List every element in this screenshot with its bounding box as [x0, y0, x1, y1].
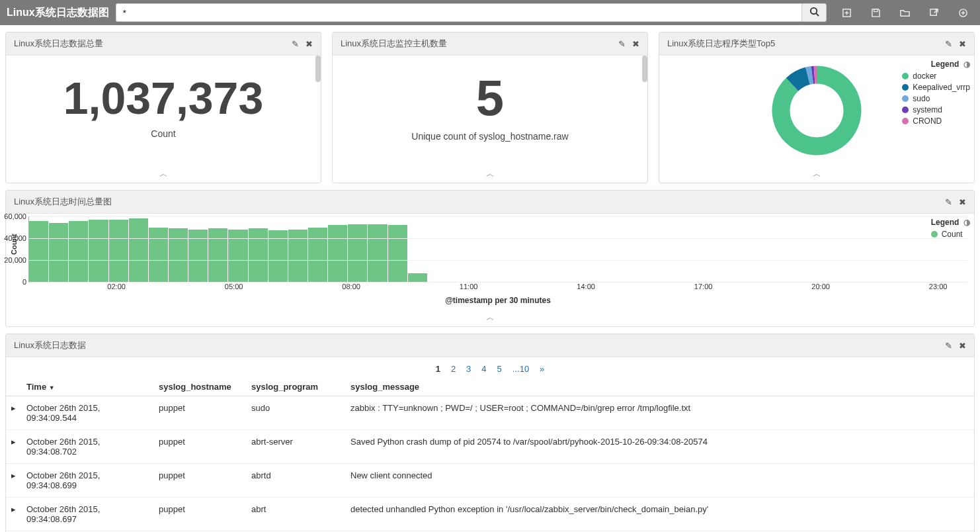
bar[interactable] — [89, 220, 108, 282]
cell-time: October 26th 2015, 09:34:08.699 — [21, 464, 153, 498]
cell-hostname: puppet — [153, 396, 246, 430]
y-tick: 40,000 — [0, 234, 26, 242]
bar[interactable] — [228, 230, 247, 282]
bar[interactable] — [129, 218, 148, 282]
col-time[interactable]: Time ▼ — [21, 378, 153, 396]
edit-icon[interactable]: ✎ — [292, 39, 299, 49]
close-icon[interactable]: ✖ — [959, 197, 966, 207]
col-hostname[interactable]: syslog_hostname — [153, 378, 246, 396]
panel-title: Linux系统日志程序类型Top5 — [667, 38, 775, 50]
bar[interactable] — [288, 230, 307, 282]
cell-hostname: puppet — [153, 464, 246, 498]
legend-item[interactable]: Keepalived_vrrp — [902, 83, 970, 92]
page-link[interactable]: ...10 — [512, 364, 529, 374]
expand-row-icon[interactable]: ▸ — [6, 464, 21, 498]
bar[interactable] — [49, 223, 68, 282]
cell-message: New client connected — [345, 464, 974, 498]
x-tick: 23:00 — [929, 283, 948, 290]
svg-line-7 — [934, 9, 938, 13]
legend: Legend ◑ dockerKeepalived_vrrpsudosystem… — [902, 60, 970, 128]
bar[interactable] — [149, 228, 168, 283]
page-link[interactable]: 3 — [466, 364, 471, 374]
scrollbar-stub[interactable] — [642, 56, 647, 82]
col-program[interactable]: syslog_program — [246, 378, 345, 396]
edit-icon[interactable]: ✎ — [945, 197, 952, 207]
collapse-toggle[interactable]: ︿ — [659, 165, 974, 183]
legend-label: sudo — [913, 94, 930, 103]
legend-label: systemd — [913, 105, 942, 114]
y-tick: 60,000 — [0, 212, 26, 220]
bar[interactable] — [408, 273, 427, 282]
save-icon[interactable] — [862, 0, 889, 25]
collapse-toggle[interactable]: ︿ — [6, 165, 321, 183]
expand-row-icon[interactable]: ▸ — [6, 430, 21, 464]
bar[interactable] — [348, 224, 367, 282]
bar[interactable] — [368, 224, 387, 282]
bar[interactable] — [208, 228, 227, 282]
cell-message: Saved Python crash dump of pid 20574 to … — [345, 430, 974, 464]
log-table: Time ▼ syslog_hostname syslog_program sy… — [6, 378, 974, 532]
legend-item[interactable]: sudo — [902, 94, 970, 103]
bar[interactable] — [328, 225, 347, 282]
x-tick: 20:00 — [811, 283, 830, 290]
cell-message: detected unhandled Python exception in '… — [345, 498, 974, 531]
topbar-actions — [833, 0, 976, 25]
top-navbar: Linux系统日志数据图 — [0, 0, 980, 25]
bar[interactable] — [249, 228, 268, 282]
close-icon[interactable]: ✖ — [959, 341, 966, 351]
page-link[interactable]: 2 — [451, 364, 456, 374]
close-icon[interactable]: ✖ — [632, 39, 639, 49]
collapse-toggle[interactable]: ︿ — [333, 165, 647, 183]
edit-icon[interactable]: ✎ — [945, 39, 952, 49]
close-icon[interactable]: ✖ — [306, 39, 313, 49]
legend-item[interactable]: CROND — [902, 116, 970, 126]
bar[interactable] — [69, 221, 88, 282]
panel-title: Linux系统日志数据 — [14, 339, 86, 351]
bar[interactable] — [29, 221, 48, 282]
bar[interactable] — [169, 228, 188, 282]
col-message[interactable]: syslog_message — [345, 378, 974, 396]
bar[interactable] — [188, 230, 208, 282]
table-row: ▸October 26th 2015, 09:34:08.697puppetab… — [6, 498, 974, 531]
legend-title: Legend — [931, 60, 960, 69]
search-button[interactable] — [801, 3, 827, 22]
page-link[interactable]: 1 — [436, 364, 440, 374]
bar[interactable] — [388, 225, 407, 282]
legend-item[interactable]: systemd — [902, 105, 970, 114]
bar[interactable] — [109, 220, 128, 282]
cell-message: zabbix : TTY=unknown ; PWD=/ ; USER=root… — [345, 396, 974, 430]
cell-hostname: puppet — [153, 498, 246, 531]
bar[interactable] — [308, 228, 327, 283]
new-dashboard-icon[interactable] — [833, 0, 860, 25]
x-tick: 05:00 — [225, 283, 243, 290]
cell-program: sudo — [246, 396, 345, 430]
x-tick: 02:00 — [107, 283, 126, 290]
x-tick: 08:00 — [342, 283, 360, 290]
edit-icon[interactable]: ✎ — [945, 341, 952, 351]
collapse-toggle[interactable]: ︿ — [6, 309, 974, 326]
scrollbar-stub[interactable] — [315, 56, 321, 82]
expand-row-icon[interactable]: ▸ — [6, 396, 21, 430]
legend-item[interactable]: docker — [902, 71, 970, 81]
expand-row-icon[interactable]: ▸ — [6, 498, 21, 531]
svg-line-1 — [816, 13, 819, 16]
share-icon[interactable] — [920, 0, 947, 25]
open-folder-icon[interactable] — [891, 0, 918, 25]
legend-toggle-icon[interactable]: ◑ — [961, 60, 970, 69]
legend-label: docker — [913, 71, 936, 81]
cell-program: abrtd — [246, 464, 345, 498]
chevron-up-icon: ︿ — [813, 169, 821, 179]
page-link[interactable]: 4 — [481, 364, 486, 374]
close-icon[interactable]: ✖ — [959, 39, 966, 49]
add-panel-icon[interactable] — [950, 0, 976, 25]
x-tick: 14:00 — [577, 283, 595, 290]
y-tick: 20,000 — [0, 256, 26, 264]
page-link[interactable]: 5 — [497, 364, 502, 374]
table-row: ▸October 26th 2015, 09:34:08.699puppetab… — [6, 464, 974, 498]
search-input[interactable] — [116, 3, 801, 22]
page-next[interactable]: » — [540, 364, 544, 374]
metric-value: 1,037,373 — [63, 75, 264, 120]
legend-dot — [902, 84, 909, 91]
edit-icon[interactable]: ✎ — [618, 39, 626, 49]
cell-time: October 26th 2015, 09:34:08.702 — [21, 430, 153, 464]
